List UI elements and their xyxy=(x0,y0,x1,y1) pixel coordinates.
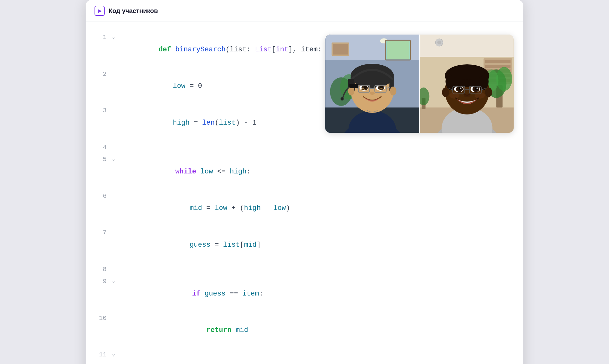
svg-point-32 xyxy=(370,92,375,95)
code-content-11: elif guess > item: xyxy=(117,349,267,364)
line-num-1: 1 xyxy=(95,32,107,43)
svg-point-41 xyxy=(437,41,441,44)
line-num-10: 10 xyxy=(95,313,107,324)
fold-arrow-11[interactable]: v xyxy=(112,352,115,359)
line-num-11: 11 xyxy=(95,349,107,360)
code-line-6: 6 mid = low + (high - low) xyxy=(95,190,517,227)
svg-point-78 xyxy=(475,92,485,99)
code-content-3: high = len(list) - 1 xyxy=(114,105,257,141)
code-content-5: while low <= high: xyxy=(117,153,251,190)
code-content-6: mid = low + (high - low) xyxy=(114,190,290,227)
person1-svg xyxy=(325,35,419,133)
svg-rect-8 xyxy=(387,41,410,59)
svg-point-61 xyxy=(450,66,485,80)
code-line-10: 10 return mid xyxy=(95,312,517,349)
line-num-5: 5 xyxy=(95,154,107,165)
video-panel xyxy=(325,35,514,133)
svg-rect-37 xyxy=(420,35,514,57)
svg-point-70 xyxy=(460,88,462,89)
code-line-7: 7 guess = list[mid] xyxy=(95,227,517,263)
svg-point-35 xyxy=(341,97,344,101)
code-line-5: 5 v while low <= high: xyxy=(95,153,517,190)
code-line-8: 8 xyxy=(95,263,517,276)
svg-point-77 xyxy=(449,92,460,99)
line-num-3: 3 xyxy=(95,105,107,116)
code-line-4: 4 xyxy=(95,141,517,154)
code-line-9: 9 v if guess == item: xyxy=(95,276,517,312)
fold-arrow-1[interactable]: v xyxy=(112,35,115,42)
line-num-2: 2 xyxy=(95,68,107,80)
svg-point-71 xyxy=(476,88,478,89)
code-panel-icon: ▶ xyxy=(95,6,105,16)
code-content-9: if guess == item: xyxy=(117,276,263,312)
svg-point-25 xyxy=(364,86,367,89)
page-title: Код участников xyxy=(108,7,158,15)
code-content-7: guess = list[mid] xyxy=(114,227,261,263)
video-person-2 xyxy=(420,35,514,133)
line-num-8: 8 xyxy=(95,264,107,275)
title-bar: ▶ Код участников xyxy=(86,0,523,22)
person2-svg xyxy=(420,35,514,133)
svg-point-62 xyxy=(442,88,449,97)
code-line-11: 11 v elif guess > item: xyxy=(95,349,517,364)
line-num-7: 7 xyxy=(95,227,107,238)
video-person-1 xyxy=(325,35,419,133)
svg-point-20 xyxy=(390,87,396,95)
svg-rect-43 xyxy=(485,60,511,63)
svg-point-63 xyxy=(485,88,492,97)
fold-arrow-5[interactable]: v xyxy=(112,157,115,164)
line-num-4: 4 xyxy=(95,142,107,153)
main-window: ▶ Код участников 1 v def binarySearch(li… xyxy=(86,0,523,364)
svg-rect-44 xyxy=(485,65,511,68)
svg-point-50 xyxy=(496,67,512,91)
code-content-2: low = 0 xyxy=(114,68,202,105)
svg-point-79 xyxy=(464,94,470,97)
svg-rect-5 xyxy=(333,44,348,55)
line-num-6: 6 xyxy=(95,191,107,202)
code-content-10: return mid xyxy=(114,312,248,349)
fold-arrow-9[interactable]: v xyxy=(112,279,115,286)
line-num-9: 9 xyxy=(95,276,107,287)
svg-rect-34 xyxy=(350,84,358,88)
content-area: 1 v def binarySearch(list: List[int], it… xyxy=(86,22,523,364)
